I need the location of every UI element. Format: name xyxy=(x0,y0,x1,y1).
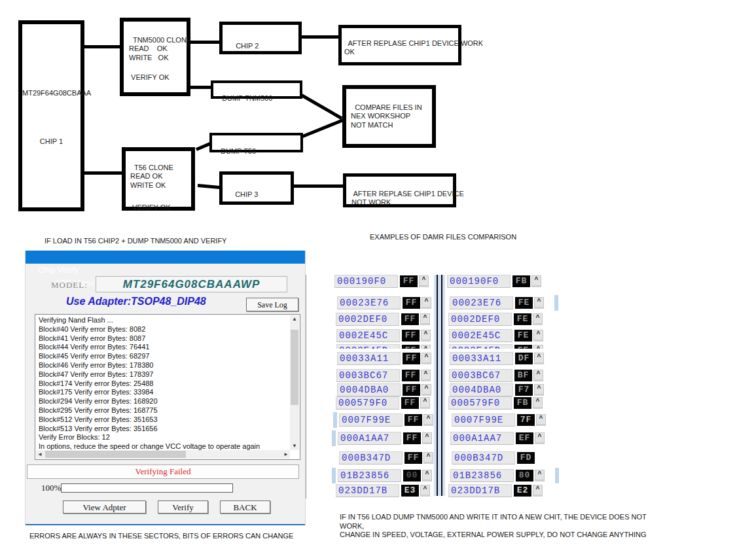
spinner-up-icon[interactable]: ^ xyxy=(533,397,543,409)
hex-address: 00033A11 xyxy=(450,352,513,365)
spinner-up-icon[interactable]: ^ xyxy=(533,370,543,381)
spinner-up-icon[interactable]: ^ xyxy=(419,275,429,287)
spinner-up-icon[interactable]: ^ xyxy=(421,370,431,381)
spinner-up-icon[interactable]: ^ xyxy=(420,397,430,409)
hex-half-left: 000190F0FF^ xyxy=(334,275,429,288)
note-bottom-right: IF IN T56 LOAD DUMP TNM5000 AND WRITE IT… xyxy=(340,513,647,540)
progress-percent: 100% xyxy=(41,483,61,493)
spinner-up-icon[interactable]: ^ xyxy=(420,485,430,497)
dump-t56-label: DUMP T56 xyxy=(221,147,256,155)
log-textarea[interactable]: Verifying Nand Flash ...Block#40 Verify … xyxy=(35,314,300,460)
hex-compare-row: 023DD17BE3^023DD17BE2^ xyxy=(336,484,549,497)
hex-compare-panel: 000190F0FF^000190F0FB^00023E76FF^00023E7… xyxy=(334,275,548,497)
model-value-field: MT29F64G08CBAAAWP xyxy=(96,276,287,292)
hex-address: 0002DEF0 xyxy=(448,313,512,326)
connector-chip1-t56 xyxy=(82,171,123,175)
verify-button[interactable]: Verify xyxy=(158,500,208,514)
hex-compare-row: 01B2385600^01B2385680^ xyxy=(338,469,551,482)
log-line: In options, reduce the speed or change V… xyxy=(39,442,290,450)
spinner-up-icon[interactable]: ^ xyxy=(534,353,544,364)
connector-t56-chip3 xyxy=(198,184,221,189)
t56-verify-status: VERIFY OK xyxy=(130,203,191,213)
hex-byte-value: FF xyxy=(402,345,420,349)
hex-compare-row: 0002E45CFF^0002E45CFE^ xyxy=(336,329,550,342)
hex-address: 000A1AA7 xyxy=(338,432,401,445)
window-title: Chip Verify xyxy=(37,265,79,275)
save-log-button[interactable]: Save Log xyxy=(246,298,298,311)
vertical-scroll-thumb[interactable] xyxy=(291,330,298,405)
hex-byte-value: BF xyxy=(514,370,532,381)
spinner-up-icon[interactable]: ^ xyxy=(535,432,545,444)
hex-half-left: 0007F99EFF^ xyxy=(339,413,433,427)
hex-half-left: 0002DEF0FF^ xyxy=(336,313,430,326)
hex-half-left: 01B2385600^ xyxy=(338,469,432,482)
hex-byte-value: 00 xyxy=(403,470,421,481)
spinner-up-icon[interactable]: ^ xyxy=(420,313,430,325)
hex-half-left: 0002E45DFF^ xyxy=(336,344,431,349)
hex-address: 01B23856 xyxy=(450,469,514,482)
diagram-box-chip2: CHIP 2 xyxy=(219,22,302,54)
note-examples-title: EXAMPLES OF DAMR FILES COMPARISON xyxy=(370,233,516,242)
lead-highlight-bar xyxy=(332,468,336,483)
view-adapter-button[interactable]: View Adpter xyxy=(63,500,146,514)
spinner-up-icon[interactable]: ^ xyxy=(422,353,431,364)
hex-byte-value: FF xyxy=(402,370,420,381)
hex-compare-row: 0002E45DFF^0002E45DFE^ xyxy=(336,344,550,349)
spinner-up-icon[interactable]: ^ xyxy=(422,470,432,481)
window-title-bar: Chip Verify APP Version: 11.60 Device Mo… xyxy=(26,251,305,264)
connector-tnm5000-dump xyxy=(189,86,212,89)
spinner-up-icon[interactable]: ^ xyxy=(533,330,543,341)
back-button[interactable]: BACK xyxy=(220,500,270,514)
spinner-up-icon[interactable]: ^ xyxy=(533,345,543,349)
model-label: MODEL: xyxy=(51,280,88,290)
spinner-up-icon[interactable]: ^ xyxy=(534,384,544,396)
connector-dumpt56-compare xyxy=(300,118,344,138)
spinner-up-icon[interactable]: ^ xyxy=(533,313,543,325)
compare-files-text: COMPARE FILES IN NEX WORKSHOP NOT MATCH xyxy=(351,103,422,129)
hex-address: 0002E45C xyxy=(336,329,400,342)
horizontal-scroll-thumb[interactable] xyxy=(45,451,186,458)
connector-chip2-afterwork xyxy=(300,35,340,39)
spinner-up-icon[interactable]: ^ xyxy=(422,432,432,444)
spinner-up-icon[interactable]: ^ xyxy=(422,297,431,309)
hex-compare-row: 000579F0FF^000579F0FB^ xyxy=(336,396,549,410)
hex-address: 000B347D xyxy=(452,451,515,464)
diagram-box-after-replace-not-work: AFTER REPLASE CHIP1 DEVICE NOT WORK xyxy=(343,173,456,207)
hex-compare-rows: 000190F0FF^000190F0FB^00023E76FF^00023E7… xyxy=(334,275,548,497)
spinner-up-icon[interactable]: ^ xyxy=(531,275,541,287)
hex-byte-value: FF xyxy=(402,330,420,341)
spinner-up-icon[interactable]: ^ xyxy=(423,452,433,464)
spinner-up-icon[interactable]: ^ xyxy=(422,384,431,396)
scroll-right-icon[interactable]: ► xyxy=(282,450,290,459)
hex-compare-row: 0004DBA0FF^0004DBA0F7^ xyxy=(337,383,550,396)
hex-byte-value: FD xyxy=(517,452,535,464)
hex-address: 00023E76 xyxy=(450,296,513,309)
scroll-left-icon[interactable]: ◄ xyxy=(36,450,44,459)
spinner-up-icon[interactable]: ^ xyxy=(421,330,431,341)
hex-compare-row: 0003BC67FF^0003BC67BF^ xyxy=(336,369,550,382)
hex-byte-value: E3 xyxy=(401,485,419,497)
note-if-load: IF LOAD IN T56 CHIP2 + DUMP TNM5000 AND … xyxy=(45,237,226,246)
hex-byte-value: FE xyxy=(514,330,532,341)
hex-byte-value: FF xyxy=(400,275,418,287)
spinner-up-icon[interactable]: ^ xyxy=(533,485,543,497)
log-horizontal-scrollbar[interactable]: ◄ ► xyxy=(36,450,290,459)
diagram-box-dump-t56: DUMP T56 xyxy=(209,133,303,152)
scroll-up-icon[interactable]: ▲ xyxy=(290,315,299,323)
log-line: Block#45 Verify error Bytes: 68297 xyxy=(39,352,290,361)
hex-half-left: 0003BC67FF^ xyxy=(336,369,431,382)
spinner-up-icon[interactable]: ^ xyxy=(536,414,546,426)
spinner-up-icon[interactable]: ^ xyxy=(423,414,433,426)
hex-address: 023DD17B xyxy=(448,484,512,497)
hex-compare-row: 0007F99EFF^0007F99E7F^ xyxy=(339,413,552,427)
hex-half-right: 000A1AA7EF^ xyxy=(450,432,545,445)
spinner-up-icon[interactable]: ^ xyxy=(535,470,545,481)
spinner-up-icon[interactable]: ^ xyxy=(421,345,431,349)
hex-compare-row: 00023E76FF^00023E76FE^ xyxy=(337,296,550,309)
scroll-down-icon[interactable]: ▼ xyxy=(290,442,299,450)
log-line: Block#175 Verify error Bytes: 33984 xyxy=(39,388,290,397)
hex-byte-value: EF xyxy=(516,432,533,444)
hex-half-left: 00023E76FF^ xyxy=(337,296,431,309)
spinner-up-icon[interactable]: ^ xyxy=(534,297,544,309)
log-vertical-scrollbar[interactable]: ▲ ▼ xyxy=(290,315,299,450)
